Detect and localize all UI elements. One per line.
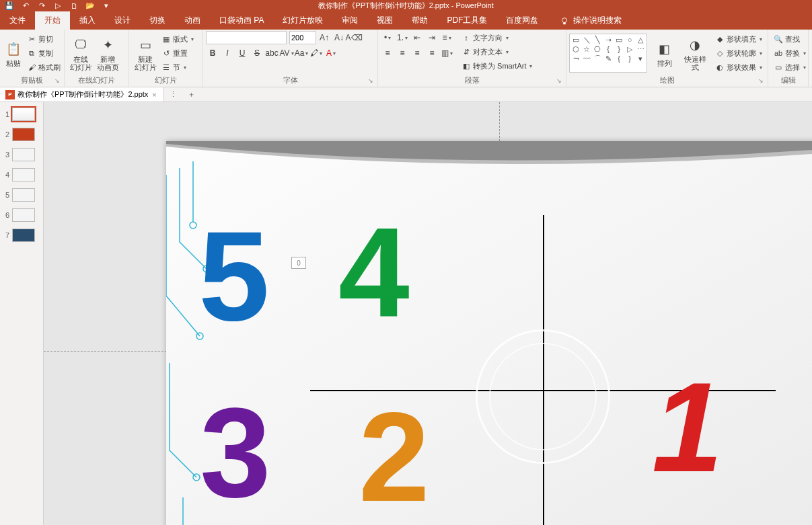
line-spacing-button[interactable]: ≡	[440, 31, 453, 44]
shape-callout-icon[interactable]: ⎔	[592, 44, 603, 54]
decrease-indent-button[interactable]: ⇤	[410, 31, 424, 44]
align-right-button[interactable]: ≡	[410, 46, 424, 60]
text-direction-button[interactable]: ↕文字方向	[459, 31, 535, 44]
new-slide-button[interactable]: ▭ 新建 幻灯片	[132, 34, 159, 73]
tab-overflow-button[interactable]: ⋮	[164, 90, 182, 99]
shape-outline-button[interactable]: ◇形状轮廓	[712, 46, 765, 60]
tab-insert[interactable]: 插入	[70, 11, 105, 30]
qat-open[interactable]: 📂	[85, 1, 96, 11]
slide-thumb-2[interactable]: 2	[0, 126, 43, 143]
shape-b1-icon[interactable]: {	[614, 54, 624, 63]
cut-button[interactable]: ✂剪切	[24, 32, 63, 46]
font-launcher[interactable]: ↘	[368, 77, 376, 85]
numbering-button[interactable]: 1.	[396, 31, 409, 44]
tab-view[interactable]: 视图	[367, 11, 402, 30]
layout-button[interactable]: ▦版式	[159, 32, 196, 46]
tab-design[interactable]: 设计	[105, 11, 140, 30]
select-button[interactable]: ▭选择	[771, 60, 809, 74]
countdown-number-2[interactable]: 2	[359, 393, 430, 520]
close-tab-button[interactable]: ×	[151, 91, 157, 99]
increase-font-button[interactable]: A↑	[318, 31, 331, 44]
document-tab[interactable]: P 教你制作《PPT制作倒计时功能》2.pptx ×	[0, 87, 164, 102]
shape-down-icon[interactable]: ▾	[635, 54, 646, 63]
shape-free-icon[interactable]: ✎	[603, 54, 614, 63]
qat-undo[interactable]: ↶	[20, 1, 31, 11]
tab-home[interactable]: 开始	[35, 11, 70, 30]
find-button[interactable]: 🔍查找	[771, 32, 809, 46]
slide-thumb-3[interactable]: 3	[0, 147, 43, 163]
slide-canvas[interactable]: 0 5 4 3 2 1	[166, 141, 812, 525]
slide-thumb-1[interactable]: 1	[0, 106, 43, 122]
shape-star-icon[interactable]: ☆	[581, 44, 592, 54]
countdown-number-5[interactable]: 5	[198, 212, 270, 339]
shape-brace-r-icon[interactable]: }	[614, 44, 624, 54]
shape-effects-button[interactable]: ◐形状效果	[712, 60, 765, 74]
align-center-button[interactable]: ≡	[396, 46, 409, 60]
change-case-button[interactable]: Aa	[295, 46, 308, 60]
section-button[interactable]: ☰节	[159, 60, 196, 74]
font-size-input[interactable]	[289, 31, 316, 44]
strike-button[interactable]: S	[250, 46, 264, 60]
format-painter-button[interactable]: 🖌格式刷	[24, 60, 63, 74]
tab-file[interactable]: 文件	[0, 11, 35, 30]
tab-animations[interactable]: 动画	[175, 11, 210, 30]
reset-button[interactable]: ↺重置	[159, 46, 196, 60]
shape-b2-icon[interactable]: }	[624, 54, 635, 63]
tab-transitions[interactable]: 切换	[140, 11, 175, 30]
clear-format-button[interactable]: A⌫	[347, 31, 361, 44]
new-anim-page-button[interactable]: ✦ 新增 动画页	[94, 34, 121, 73]
clipboard-launcher[interactable]: ↘	[54, 77, 63, 85]
qat-new-doc[interactable]: 🗋	[69, 1, 79, 11]
shape-tri-icon[interactable]: △	[635, 35, 646, 44]
slide-thumb-7[interactable]: 7	[0, 227, 43, 243]
tab-slideshow[interactable]: 幻灯片放映	[273, 11, 332, 30]
paragraph-launcher[interactable]: ↘	[556, 77, 564, 85]
italic-button[interactable]: I	[221, 46, 234, 60]
tell-me-search[interactable]: 操作说明搜索	[560, 11, 622, 30]
columns-button[interactable]: ▥	[440, 46, 453, 60]
countdown-number-1[interactable]: 1	[652, 363, 723, 491]
slide-edit-area[interactable]: 0 5 4 3 2 1	[44, 102, 812, 525]
paste-button[interactable]: 📋 粘贴	[3, 38, 24, 69]
bullets-button[interactable]: •	[381, 31, 394, 44]
decrease-font-button[interactable]: A↓	[332, 31, 346, 44]
countdown-number-3[interactable]: 3	[200, 389, 271, 516]
highlight-button[interactable]: 🖍	[309, 46, 323, 60]
countdown-number-4[interactable]: 4	[338, 208, 410, 336]
qat-more[interactable]: ▾	[101, 1, 112, 11]
underline-button[interactable]: U	[235, 46, 249, 60]
tab-help[interactable]: 帮助	[402, 11, 437, 30]
to-smartart-button[interactable]: ◧转换为 SmartArt	[459, 59, 535, 73]
tab-baidu[interactable]: 百度网盘	[496, 11, 548, 30]
qat-save[interactable]: 💾	[4, 1, 15, 11]
quick-styles-button[interactable]: ◑ 快速样式	[682, 34, 708, 73]
shape-oval-icon[interactable]: ○	[624, 35, 635, 44]
tab-pocket-anim[interactable]: 口袋动画 PA	[210, 11, 273, 30]
copy-button[interactable]: ⧉复制	[24, 46, 63, 60]
qat-redo[interactable]: ↷	[36, 1, 47, 11]
justify-button[interactable]: ≡	[425, 46, 439, 60]
shape-more-icon[interactable]: ⋯	[635, 44, 646, 54]
slide-thumb-5[interactable]: 5	[0, 187, 43, 203]
align-text-button[interactable]: ⇵对齐文本	[459, 45, 535, 58]
shapes-gallery[interactable]: ▭＼╲➝▭○△ ⬡☆⎔{}▷⋯ ⤳〰⌒✎{}▾	[569, 34, 647, 73]
online-slide-button[interactable]: 🖵 在线 幻灯片	[67, 34, 94, 73]
increase-indent-button[interactable]: ⇥	[425, 31, 439, 44]
shape-arc-icon[interactable]: ⌒	[592, 54, 603, 63]
replace-button[interactable]: ab替换	[771, 46, 809, 60]
shape-rect2-icon[interactable]: ▭	[614, 35, 624, 44]
shape-line2-icon[interactable]: ╲	[592, 35, 603, 44]
drawing-launcher[interactable]: ↘	[758, 77, 766, 85]
shape-rect-icon[interactable]: ▭	[570, 35, 581, 44]
arrange-button[interactable]: ◧ 排列	[651, 38, 677, 69]
tab-review[interactable]: 审阅	[332, 11, 367, 30]
shape-fill-button[interactable]: ◆形状填充	[712, 32, 765, 46]
qat-start-slideshow[interactable]: ▷	[52, 1, 63, 11]
char-spacing-button[interactable]: AV	[280, 46, 293, 60]
font-name-input[interactable]	[206, 31, 287, 44]
align-left-button[interactable]: ≡	[381, 46, 394, 60]
slide-thumb-6[interactable]: 6	[0, 207, 43, 223]
slide-thumb-4[interactable]: 4	[0, 167, 43, 183]
shape-line-icon[interactable]: ＼	[581, 35, 592, 44]
bold-button[interactable]: B	[206, 46, 219, 60]
